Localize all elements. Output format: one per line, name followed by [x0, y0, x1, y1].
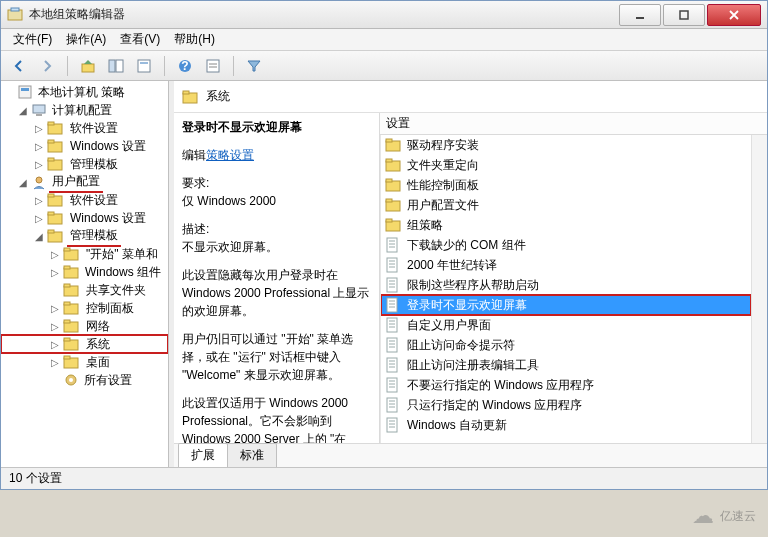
- tree-pane[interactable]: 本地计算机 策略 ◢计算机配置 ▷软件设置 ▷Windows 设置 ▷管理模板 …: [1, 81, 169, 467]
- expand-icon[interactable]: ▷: [33, 123, 45, 134]
- show-hide-tree-button[interactable]: [104, 54, 128, 78]
- list-item[interactable]: 不要运行指定的 Windows 应用程序: [381, 375, 751, 395]
- folder-icon: [63, 264, 80, 280]
- up-button[interactable]: [76, 54, 100, 78]
- properties-button[interactable]: [132, 54, 156, 78]
- list-item[interactable]: 自定义用户界面: [381, 315, 751, 335]
- expand-icon[interactable]: ▷: [49, 321, 61, 332]
- tree-user-config[interactable]: ◢用户配置: [1, 173, 168, 191]
- tree-all-settings[interactable]: 所有设置: [1, 371, 168, 389]
- status-text: 10 个设置: [9, 470, 62, 487]
- svg-rect-40: [64, 320, 70, 323]
- tree-item[interactable]: ▷软件设置: [1, 119, 168, 137]
- tree-root[interactable]: 本地计算机 策略: [1, 83, 168, 101]
- expand-icon[interactable]: ▷: [49, 267, 61, 278]
- svg-rect-44: [64, 356, 70, 359]
- menu-view[interactable]: 查看(V): [114, 29, 166, 50]
- folder-icon: [47, 156, 65, 172]
- menu-action[interactable]: 操作(A): [60, 29, 112, 50]
- svg-rect-8: [140, 62, 148, 64]
- list-item[interactable]: 组策略: [381, 215, 751, 235]
- list-item[interactable]: 阻止访问命令提示符: [381, 335, 751, 355]
- collapse-icon[interactable]: ◢: [33, 231, 45, 242]
- tree-item[interactable]: ▷Windows 组件: [1, 263, 168, 281]
- tree-computer-config[interactable]: ◢计算机配置: [1, 101, 168, 119]
- tree-item[interactable]: ▷Windows 设置: [1, 137, 168, 155]
- list-item-label: 文件夹重定向: [407, 157, 479, 174]
- tree-item[interactable]: ▷控制面板: [1, 299, 168, 317]
- tree-item[interactable]: ▷桌面: [1, 353, 168, 371]
- svg-rect-2: [636, 17, 644, 19]
- svg-rect-67: [387, 278, 397, 292]
- svg-point-46: [69, 378, 73, 382]
- scrollbar[interactable]: [751, 135, 767, 443]
- list-item[interactable]: 登录时不显示欢迎屏幕: [381, 295, 751, 315]
- collapse-icon[interactable]: ◢: [17, 105, 29, 116]
- tree-item[interactable]: ▷软件设置: [1, 191, 168, 209]
- minimize-button[interactable]: [619, 4, 661, 26]
- list-item[interactable]: Windows 自动更新: [381, 415, 751, 435]
- svg-rect-42: [64, 338, 70, 341]
- edit-policy-link[interactable]: 策略设置: [206, 148, 254, 162]
- folder-icon: [385, 217, 401, 233]
- expand-icon[interactable]: ▷: [33, 213, 45, 224]
- maximize-button[interactable]: [663, 4, 705, 26]
- menu-file[interactable]: 文件(F): [7, 29, 58, 50]
- expand-icon[interactable]: ▷: [33, 159, 45, 170]
- list-header[interactable]: 设置: [380, 113, 767, 135]
- svg-rect-50: [386, 139, 392, 142]
- list-item[interactable]: 文件夹重定向: [381, 155, 751, 175]
- list-item[interactable]: 下载缺少的 COM 组件: [381, 235, 751, 255]
- toolbar: ?: [1, 51, 767, 81]
- tab-standard[interactable]: 标准: [227, 443, 277, 467]
- close-button[interactable]: [707, 4, 761, 26]
- folder-icon: [47, 192, 65, 208]
- expand-icon[interactable]: ▷: [33, 195, 45, 206]
- forward-button[interactable]: [35, 54, 59, 78]
- tree-item[interactable]: ▷网络: [1, 317, 168, 335]
- list-item[interactable]: 驱动程序安装: [381, 135, 751, 155]
- tree-admin-templates[interactable]: ◢管理模板: [1, 227, 168, 245]
- collapse-icon[interactable]: ◢: [17, 177, 29, 188]
- list-item[interactable]: 性能控制面板: [381, 175, 751, 195]
- list-item[interactable]: 只运行指定的 Windows 应用程序: [381, 395, 751, 415]
- folder-icon: [47, 120, 65, 136]
- content-title: 系统: [206, 88, 230, 105]
- back-button[interactable]: [7, 54, 31, 78]
- options-button[interactable]: [201, 54, 225, 78]
- list-item-label: 2000 年世纪转译: [407, 257, 497, 274]
- list-body[interactable]: 驱动程序安装文件夹重定向性能控制面板用户配置文件组策略下载缺少的 COM 组件2…: [380, 135, 751, 443]
- tree-item[interactable]: 共享文件夹: [1, 281, 168, 299]
- svg-rect-87: [387, 378, 397, 392]
- expand-icon[interactable]: ▷: [49, 303, 61, 314]
- filter-button[interactable]: [242, 54, 266, 78]
- list-item-label: 阻止访问注册表编辑工具: [407, 357, 539, 374]
- list-item[interactable]: 用户配置文件: [381, 195, 751, 215]
- folder-icon: [385, 177, 401, 193]
- expand-icon[interactable]: ▷: [33, 141, 45, 152]
- tree-item[interactable]: ▷"开始" 菜单和: [1, 245, 168, 263]
- setting-icon: [385, 337, 401, 353]
- svg-rect-71: [387, 298, 397, 312]
- expand-icon[interactable]: ▷: [49, 249, 61, 260]
- separator: [67, 56, 68, 76]
- list-item[interactable]: 限制这些程序从帮助启动: [381, 275, 751, 295]
- help-button[interactable]: ?: [173, 54, 197, 78]
- folder-icon: [47, 228, 65, 244]
- tab-extended[interactable]: 扩展: [178, 443, 228, 467]
- list-item[interactable]: 2000 年世纪转译: [381, 255, 751, 275]
- expand-icon[interactable]: ▷: [49, 339, 61, 350]
- expand-icon[interactable]: ▷: [49, 357, 61, 368]
- folder-icon: [63, 300, 81, 316]
- svg-rect-38: [64, 302, 70, 305]
- list-item[interactable]: 阻止访问注册表编辑工具: [381, 355, 751, 375]
- bottom-tabs: 扩展 标准: [174, 443, 767, 467]
- svg-rect-19: [48, 122, 54, 125]
- app-icon: [7, 7, 23, 23]
- separator: [233, 56, 234, 76]
- tree-item[interactable]: ▷管理模板: [1, 155, 168, 173]
- svg-rect-4: [82, 64, 94, 72]
- tree-system[interactable]: ▷系统: [1, 335, 168, 353]
- menu-help[interactable]: 帮助(H): [168, 29, 221, 50]
- tree-item[interactable]: ▷Windows 设置: [1, 209, 168, 227]
